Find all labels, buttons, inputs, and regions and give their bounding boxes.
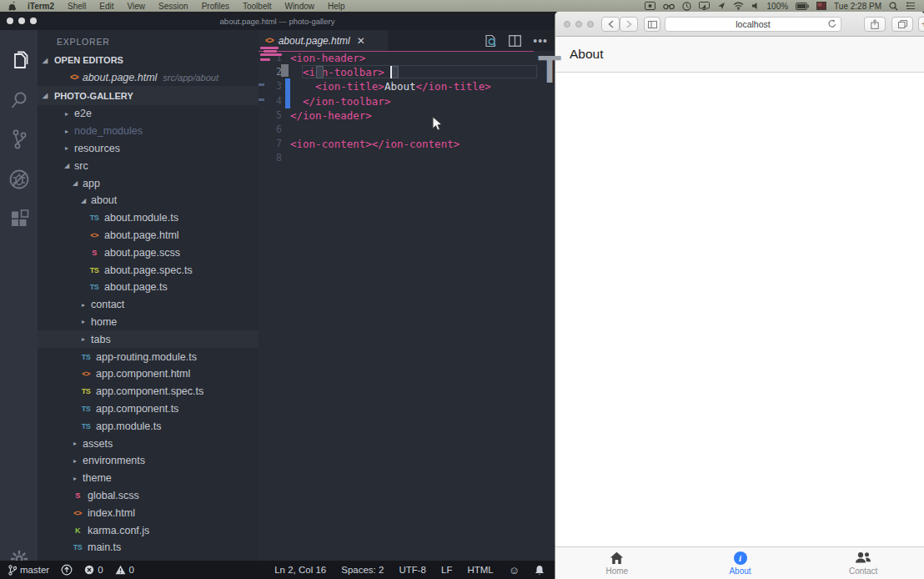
tree-folder-environments[interactable]: ▸environments	[38, 452, 259, 470]
apple-menu-icon[interactable]	[0, 2, 21, 11]
git-branch-indicator[interactable]: master	[8, 565, 49, 576]
vscode-titlebar[interactable]: about.page.html — photo-gallery	[0, 12, 555, 30]
debug-icon[interactable]	[0, 163, 38, 196]
tree-file-about-page-scss[interactable]: Sabout.page.scss	[38, 244, 259, 261]
menu-item-window[interactable]: Window	[278, 2, 321, 11]
zoom-window-button[interactable]	[30, 18, 37, 24]
show-all-tabs-button[interactable]	[891, 17, 913, 32]
menu-item-edit[interactable]: Edit	[93, 2, 120, 11]
safari-traffic-lights[interactable]	[564, 21, 594, 28]
tree-folder-e2e[interactable]: ▸e2e	[38, 105, 259, 123]
menu-item-iterm2[interactable]: iTerm2	[21, 2, 61, 11]
warnings-indicator[interactable]: 0	[115, 565, 134, 575]
tree-folder-home[interactable]: ▸home	[38, 314, 259, 331]
eol-type[interactable]: LF	[441, 565, 452, 575]
menu-item-profiles[interactable]: Profiles	[195, 2, 236, 11]
volume-icon[interactable]	[751, 2, 760, 10]
vscode-traffic-lights[interactable]	[7, 18, 37, 24]
wifi-icon[interactable]	[733, 2, 744, 10]
address-bar[interactable]: localhost	[665, 17, 841, 32]
code-line-3[interactable]: 3 <ion-title>About</ion-title>	[259, 79, 555, 93]
clock-icon[interactable]	[682, 2, 691, 11]
tree-file-main-ts[interactable]: TSmain.ts	[38, 539, 259, 556]
menu-item-shell[interactable]: Shell	[61, 2, 93, 11]
spotlight-search-icon[interactable]	[889, 2, 898, 11]
tab-contact[interactable]: Contact	[801, 547, 924, 579]
tree-folder-theme[interactable]: ▸theme	[38, 470, 259, 487]
open-editor-item[interactable]: <> about.page.html src/app/about	[38, 68, 259, 86]
tree-file-index-html[interactable]: <>index.html	[38, 504, 259, 521]
tree-file-global-scss[interactable]: Sglobal.scss	[38, 487, 259, 505]
minimize-window-button[interactable]	[18, 18, 25, 24]
open-editors-header[interactable]: ◢ OPEN EDITORS	[38, 52, 259, 68]
menubar-clock[interactable]: Tue 2:28 PM	[834, 2, 881, 11]
close-tab-icon[interactable]: ✕	[357, 35, 365, 47]
code-line-6[interactable]: 6	[259, 123, 555, 137]
publish-changes-button[interactable]	[61, 564, 73, 576]
menu-item-toolbelt[interactable]: Toolbelt	[236, 2, 278, 11]
zoom-window-button[interactable]	[587, 21, 594, 28]
code-line-4[interactable]: 4 </ion-toolbar>	[259, 94, 555, 108]
share-button[interactable]	[864, 17, 886, 32]
tree-folder-about[interactable]: ◢about	[38, 192, 259, 209]
indentation[interactable]: Spaces: 2	[341, 565, 384, 575]
tree-folder-contact[interactable]: ▸contact	[38, 296, 259, 314]
menu-item-view[interactable]: View	[121, 2, 153, 11]
menu-item-session[interactable]: Session	[152, 2, 195, 11]
close-window-button[interactable]	[7, 18, 13, 24]
cursor-position[interactable]: Ln 2, Col 16	[274, 565, 326, 575]
back-button[interactable]	[601, 17, 620, 32]
sidebar-toggle-button[interactable]	[644, 17, 660, 32]
glasses-icon[interactable]	[663, 3, 675, 10]
tree-file-karma-conf-js[interactable]: Kkarma.conf.js	[38, 521, 259, 539]
screen-record-icon[interactable]	[645, 2, 655, 10]
search-icon[interactable]	[0, 83, 38, 117]
notification-center-icon[interactable]	[906, 2, 916, 10]
code-line-5[interactable]: 5</ion-header>	[259, 108, 555, 123]
tree-folder-resources[interactable]: ▸resources	[38, 140, 259, 158]
split-editor-icon[interactable]	[509, 35, 521, 47]
more-actions-icon[interactable]: •••	[533, 34, 548, 48]
language-mode[interactable]: HTML	[467, 565, 493, 575]
tree-file-about-module-ts[interactable]: TSabout.module.ts	[38, 209, 259, 227]
tab-about[interactable]: iAbout	[679, 547, 802, 579]
open-preview-icon[interactable]	[484, 34, 497, 48]
explorer-icon[interactable]	[0, 45, 38, 78]
forward-button[interactable]	[620, 17, 638, 32]
notifications-bell-icon[interactable]	[535, 565, 545, 576]
tree-folder-app[interactable]: ◢app	[38, 174, 259, 192]
tree-folder-node-modules[interactable]: ▸node_modules	[38, 123, 259, 140]
menu-item-help[interactable]: Help	[321, 2, 352, 11]
source-control-icon[interactable]	[0, 123, 38, 156]
tree-file-app-component-html[interactable]: <>app.component.html	[38, 365, 259, 383]
tab-home[interactable]: Home	[555, 547, 679, 579]
input-source-flag-icon[interactable]	[816, 2, 826, 10]
location-icon[interactable]	[717, 2, 726, 10]
tree-file-about-page-html[interactable]: <>about.page.html	[38, 227, 259, 244]
extensions-icon[interactable]	[0, 203, 38, 236]
close-window-button[interactable]	[564, 21, 570, 28]
tree-folder-tabs[interactable]: ▸tabs	[38, 330, 259, 348]
new-tab-button[interactable]: +	[918, 17, 924, 32]
minimize-window-button[interactable]	[575, 21, 582, 28]
tree-file-app-component-ts[interactable]: TSapp.component.ts	[38, 400, 259, 418]
tree-file-about-page-spec-ts[interactable]: TSabout.page.spec.ts	[38, 261, 259, 279]
tree-folder-src[interactable]: ◢src	[38, 157, 259, 174]
editor-scrollbar[interactable]	[281, 64, 289, 77]
display-icon[interactable]	[699, 2, 710, 10]
tree-folder-assets[interactable]: ▸assets	[38, 435, 259, 452]
tree-file-app-component-spec-ts[interactable]: TSapp.component.spec.ts	[38, 383, 259, 400]
feedback-smiley-icon[interactable]: ☺	[509, 564, 520, 576]
code-editor[interactable]: 1<ion-header>2 <ion-toolbar>3 <ion-title…	[259, 51, 555, 561]
code-line-1[interactable]: 1<ion-header>	[259, 51, 555, 65]
tree-file-about-page-ts[interactable]: TSabout.page.ts	[38, 279, 259, 296]
code-line-7[interactable]: 7<ion-content></ion-content>	[259, 137, 555, 151]
tree-file-app-module-ts[interactable]: TSapp.module.ts	[38, 417, 259, 435]
encoding[interactable]: UTF-8	[399, 565, 426, 575]
reload-icon[interactable]	[828, 17, 836, 32]
project-section-header[interactable]: ◢ PHOTO-GALLERY	[38, 86, 259, 105]
battery-icon[interactable]	[796, 3, 809, 10]
tree-file-app-routing-module-ts[interactable]: TSapp-routing.module.ts	[38, 348, 259, 365]
code-line-2[interactable]: 2 <ion-toolbar>	[259, 65, 555, 79]
code-line-8[interactable]: 8	[259, 151, 555, 165]
